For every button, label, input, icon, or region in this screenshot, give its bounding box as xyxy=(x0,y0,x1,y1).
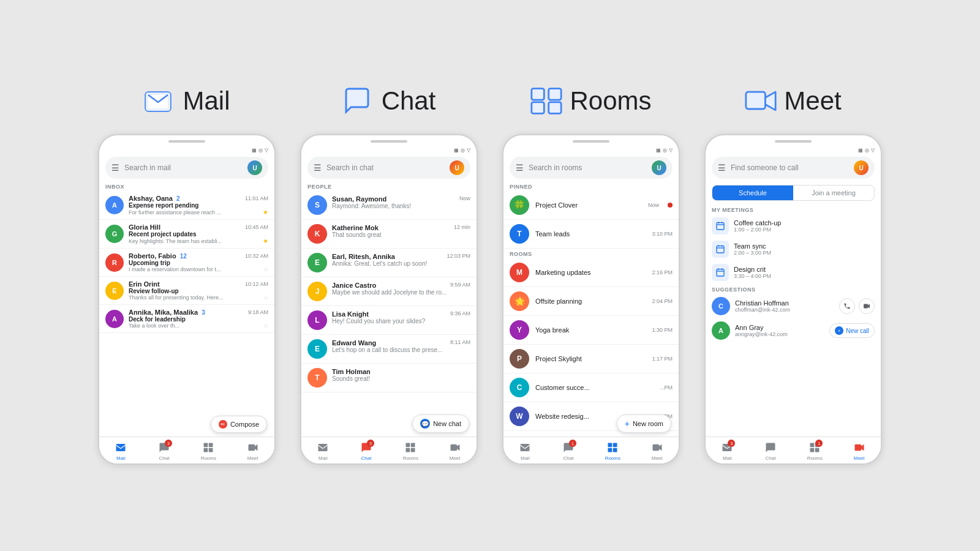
meet-user-avatar[interactable]: U xyxy=(854,160,869,175)
chat-item-2[interactable]: K Katherine Mok 12 min That sounds great xyxy=(301,220,477,249)
chat-section: Chat ▦◎▽ ☰ Search in chat U PEOPLE S Sus… xyxy=(300,86,478,465)
mail-search-bar[interactable]: ☰ Search in mail U xyxy=(105,157,268,179)
mail-subject-4: Review follow-up xyxy=(129,288,268,294)
rooms-user-avatar[interactable]: U xyxy=(652,160,666,175)
room-5[interactable]: C Customer succe... ...PM xyxy=(503,373,679,402)
nav-meet-rooms[interactable]: Meet xyxy=(650,441,664,461)
chat-title-label: Chat xyxy=(382,86,436,116)
meet-icon xyxy=(745,86,774,116)
svg-rect-3 xyxy=(116,444,126,451)
mail-subject-2: Recent project updates xyxy=(129,231,268,238)
chat-preview-6: Let's hop on a call to discuss the prese… xyxy=(332,347,470,353)
room-avatar-6: W xyxy=(510,407,529,426)
nav-meet-active[interactable]: Meet xyxy=(853,441,866,461)
mail-search-text: Search in mail xyxy=(124,163,243,172)
mail-user-avatar[interactable]: U xyxy=(247,160,262,175)
mail-subject-1: Expense report pending xyxy=(129,202,268,209)
chat-search-text: Search in chat xyxy=(326,163,445,172)
nav-rooms-meet[interactable]: 1 Rooms xyxy=(807,441,823,461)
chat-search-bar[interactable]: ☰ Search in chat U xyxy=(307,157,470,179)
mail-item-3[interactable]: R Roberto, Fabio 12 10:32 AM Upcoming tr… xyxy=(99,249,274,277)
room-pinned-2[interactable]: T Team leads 3:10 PM xyxy=(503,220,679,249)
nav-rooms-chat[interactable]: Rooms xyxy=(403,441,418,461)
nav-mail-label-chat: Mail xyxy=(318,455,328,461)
svg-rect-26 xyxy=(717,223,724,230)
compose-button[interactable]: ✏ Compose xyxy=(211,416,267,433)
suggestion-item-1[interactable]: C Christian Hoffman choffman@ink-42.com xyxy=(706,294,881,318)
video-icon-1[interactable] xyxy=(859,298,875,314)
room-pinned-1[interactable]: 🍀 Project Clover Now xyxy=(503,191,679,220)
nav-chat-meet[interactable]: Chat xyxy=(764,441,777,461)
suggestion-actions-1 xyxy=(839,298,875,314)
nav-chat-mail[interactable]: 3 Chat xyxy=(157,441,171,461)
mail-content-3: Roberto, Fabio 12 10:32 AM Upcoming trip… xyxy=(129,252,268,272)
nav-mail-meet[interactable]: 3 Mail xyxy=(720,441,734,461)
room-1[interactable]: M Marketing updates 2:16 PM xyxy=(503,258,679,287)
mail-item-2[interactable]: G Gloria Hill 10:45 AM Recent project up… xyxy=(99,220,274,249)
chat-hamburger-icon[interactable]: ☰ xyxy=(314,163,322,173)
nav-meet-icon-mail xyxy=(246,441,260,454)
new-room-button[interactable]: + New room xyxy=(617,414,671,433)
meet-schedule-tab[interactable]: Schedule xyxy=(712,186,793,200)
chat-name-1: Susan, Raymond xyxy=(332,195,386,203)
svg-rect-16 xyxy=(549,89,561,100)
room-2[interactable]: 🌟 Offsite planning 2:04 PM xyxy=(503,287,679,316)
chat-preview-2: That sounds great xyxy=(332,231,470,238)
meet-search-bar[interactable]: ☰ Find someone to call U xyxy=(712,157,875,179)
call-icon-1[interactable] xyxy=(839,298,855,314)
chat-item-7[interactable]: T Tim Holman Sounds great! xyxy=(301,364,477,392)
room-time-pinned-1: Now xyxy=(648,202,659,208)
nav-mail-badge-meet: 3 xyxy=(728,440,735,447)
mail-avatar-4: E xyxy=(105,282,124,300)
rooms-search-text: Search in rooms xyxy=(529,163,647,172)
mail-item-5[interactable]: A Annika, Mika, Maalika 3 9:18 AM Deck f… xyxy=(99,305,274,333)
nav-chat-rooms[interactable]: 1 Chat xyxy=(562,441,575,461)
mail-preview-4: Thanks all for presenting today. Here...… xyxy=(129,294,268,301)
room-4[interactable]: P Project Skylight 1:17 PM xyxy=(503,345,679,373)
mail-item-4[interactable]: E Erin Orint 10:12 AM Review follow-up T… xyxy=(99,277,274,305)
chat-bottom-nav: Mail 3 Chat Rooms xyxy=(301,437,477,463)
nav-chat-label-rooms: Chat xyxy=(564,455,574,461)
mail-sender-5: Annika, Mika, Maalika 3 xyxy=(129,309,205,316)
svg-rect-24 xyxy=(652,444,659,451)
rooms-search-bar[interactable]: ☰ Search in rooms U xyxy=(510,157,673,179)
rooms-status-icons: ▦◎▽ xyxy=(656,148,673,153)
mail-sender-1: Akshay, Oana 2 xyxy=(129,195,180,202)
chat-item-5[interactable]: L Lisa Knight 9:36 AM Hey! Could you sha… xyxy=(301,306,477,335)
nav-chat-active[interactable]: 3 Chat xyxy=(360,441,373,461)
mail-content-2: Gloria Hill 10:45 AM Recent project upda… xyxy=(129,223,268,244)
meet-item-2[interactable]: Team sync 2:00 – 3:00 PM xyxy=(706,238,881,261)
room-3[interactable]: Y Yoga break 1:30 PM xyxy=(503,316,679,345)
new-chat-button[interactable]: 💬 New chat xyxy=(412,414,469,433)
new-call-button[interactable]: + New call xyxy=(829,323,875,338)
nav-chat-label-active: Chat xyxy=(361,455,372,461)
room-avatar-5: C xyxy=(510,378,529,397)
nav-mail-chat[interactable]: Mail xyxy=(316,441,330,461)
meet-title-3: Design crit xyxy=(734,266,875,273)
mail-time-2: 10:45 AM xyxy=(245,224,268,230)
mail-item-1[interactable]: A Akshay, Oana 2 11:01 AM Expense report… xyxy=(99,191,274,220)
meet-join-tab[interactable]: Join a meeting xyxy=(793,186,874,200)
meet-hamburger-icon[interactable]: ☰ xyxy=(718,163,726,173)
nav-rooms-active[interactable]: Rooms xyxy=(605,441,620,461)
nav-meet-chat[interactable]: Meet xyxy=(448,441,462,461)
meet-tabs: Schedule Join a meeting xyxy=(712,185,875,201)
new-room-plus-icon: + xyxy=(625,419,630,429)
nav-meet-mail[interactable]: Meet xyxy=(246,441,260,461)
nav-mail-rooms[interactable]: Mail xyxy=(518,441,532,461)
nav-meet-label-active: Meet xyxy=(854,455,865,461)
meet-time-3: 3:30 – 4:00 PM xyxy=(734,273,875,279)
nav-rooms-mail[interactable]: Rooms xyxy=(201,441,216,461)
meet-item-3[interactable]: Design crit 3:30 – 4:00 PM xyxy=(706,261,881,284)
rooms-hamburger-icon[interactable]: ☰ xyxy=(516,163,524,173)
chat-user-avatar[interactable]: U xyxy=(450,160,464,175)
chat-item-1[interactable]: S Susan, Raymond Now Raymond: Awesome, t… xyxy=(301,191,477,220)
meet-cal-icon-1 xyxy=(712,217,729,234)
chat-item-4[interactable]: J Janice Castro 9:59 AM Maybe we should … xyxy=(301,277,477,306)
chat-item-6[interactable]: E Edward Wang 8:11 AM Let's hop on a cal… xyxy=(301,335,477,364)
mail-hamburger-icon[interactable]: ☰ xyxy=(111,163,119,173)
nav-mail[interactable]: Mail xyxy=(114,441,127,461)
suggestion-item-2[interactable]: A Ann Gray anngray@ink-42.com + New call xyxy=(706,318,881,343)
meet-item-1[interactable]: Coffee catch-up 1:00 – 2:00 PM xyxy=(706,214,881,238)
chat-item-3[interactable]: E Earl, Ritesh, Annika 12:03 PM Annika: … xyxy=(301,249,477,277)
